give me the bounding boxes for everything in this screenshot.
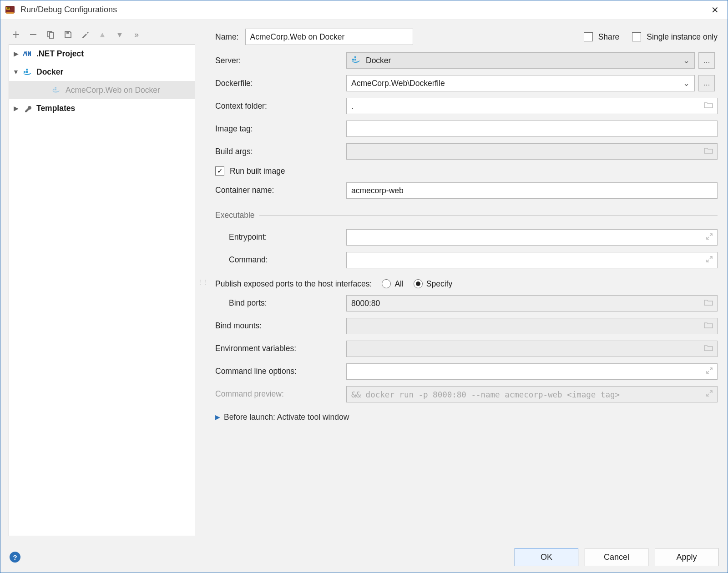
svg-rect-9 [26,69,28,70]
ports-all-radio[interactable]: All [382,279,403,289]
remove-button[interactable] [28,29,39,40]
name-label: Name: [215,32,239,42]
chevron-right-icon: ▶ [13,50,19,57]
bind-ports-input[interactable] [346,295,718,312]
app-icon: RD [4,4,16,16]
tree-node-templates[interactable]: ▶ Templates [9,99,195,117]
more-button[interactable]: » [131,29,142,40]
svg-rect-10 [53,89,55,90]
add-button[interactable] [10,29,21,40]
chevron-down-icon: ▼ [13,68,19,75]
entrypoint-label: Entrypoint: [215,232,343,242]
close-button[interactable]: ✕ [706,5,724,15]
form-grid: Server: Docker ⌄ … Dockerfile: AcmeCorp.… [215,52,718,402]
publish-ports-label: Publish exposed ports to the host interf… [215,279,372,289]
ports-specify-radio[interactable]: Specify [414,279,452,289]
run-built-image-checkbox[interactable]: Run built image [215,166,285,176]
single-instance-label: Single instance only [647,32,718,42]
tree-label: AcmeCorp.Web on Docker [66,85,160,95]
config-toolbar: ▲ ▼ » [9,28,195,44]
entrypoint-input[interactable] [346,229,718,246]
command-label: Command: [215,255,343,265]
container-name-input[interactable] [346,182,718,199]
checkbox-icon [632,32,641,41]
wrench-icon [23,104,33,112]
chevron-right-icon: ▶ [13,105,19,112]
container-name-label: Container name: [215,186,343,195]
cmd-preview-label: Command preview: [215,389,343,399]
cmd-line-opts-input[interactable] [346,363,718,380]
server-combo[interactable]: Docker ⌄ [346,52,695,69]
cmd-preview-display: && docker run -p 8000:80 --name acmecorp… [346,386,718,402]
executable-section: Executable [215,211,718,220]
checkbox-icon [584,32,593,41]
tree-label: Templates [36,104,75,113]
docker-icon [351,52,361,69]
context-folder-label: Context folder: [215,101,343,111]
server-value: Docker [366,52,391,69]
server-label: Server: [215,56,343,65]
before-launch-label: Before launch: Activate tool window [224,412,349,422]
net-icon [23,50,33,57]
single-instance-checkbox[interactable]: Single instance only [632,32,718,42]
name-input[interactable] [245,29,413,45]
edit-defaults-button[interactable] [80,29,91,40]
svg-rect-11 [55,89,57,90]
move-up-button[interactable]: ▲ [97,29,108,40]
dockerfile-value: AcmeCorp.Web\Dockerfile [351,75,445,91]
context-folder-input[interactable] [346,98,718,114]
help-button[interactable]: ? [10,552,20,563]
svg-rect-15 [354,56,356,58]
command-input[interactable] [346,252,718,268]
dockerfile-browse-button[interactable]: … [698,75,715,91]
svg-rect-5 [50,33,54,38]
build-args-label: Build args: [215,147,343,156]
dockerfile-combo[interactable]: AcmeCorp.Web\Dockerfile ⌄ [346,75,695,91]
image-tag-input[interactable] [346,121,718,137]
dialog-body: ▲ ▼ » ▶ .NET Project ▼ Docker [0,20,728,542]
svg-rect-14 [354,59,356,60]
apply-button[interactable]: Apply [655,548,718,566]
svg-text:RD: RD [7,7,11,10]
server-browse-button[interactable]: … [698,52,715,69]
svg-rect-8 [26,71,28,73]
copy-button[interactable] [45,29,56,40]
run-built-image-label: Run built image [230,166,285,176]
move-down-button[interactable]: ▼ [114,29,125,40]
share-checkbox[interactable]: Share [584,32,620,42]
save-button[interactable] [62,29,73,40]
dialog-footer: ? OK Cancel Apply [0,542,728,573]
cancel-button[interactable]: Cancel [585,548,648,566]
svg-rect-3 [6,12,14,14]
ok-button[interactable]: OK [515,548,578,566]
tree-label: Docker [36,67,63,77]
before-launch-expander[interactable]: ▶ Before launch: Activate tool window [215,412,718,422]
env-vars-input[interactable] [346,341,718,357]
left-panel: ▲ ▼ » ▶ .NET Project ▼ Docker [9,28,195,536]
svg-rect-6 [66,32,69,34]
svg-rect-13 [352,59,354,60]
splitter-handle[interactable]: ⋮⋮ [202,28,204,536]
tree-node-net-project[interactable]: ▶ .NET Project [9,45,195,63]
form-panel: Name: Share Single instance only Server: [211,28,719,536]
titlebar: RD Run/Debug Configurations ✕ [0,0,728,20]
radio-icon [382,279,391,288]
dockerfile-label: Dockerfile: [215,79,343,88]
cmd-line-opts-label: Command line options: [215,367,343,376]
checkbox-icon [215,166,224,176]
bind-mounts-input[interactable] [346,318,718,334]
chevron-down-icon: ⌄ [683,52,690,69]
share-label: Share [598,32,620,42]
docker-icon [23,68,33,75]
ports-all-label: All [394,279,403,289]
svg-rect-7 [24,71,25,73]
tree-node-docker[interactable]: ▼ Docker [9,63,195,81]
chevron-right-icon: ▶ [215,413,220,421]
window-title: Run/Debug Configurations [20,5,706,15]
env-vars-label: Environment variables: [215,344,343,353]
config-tree[interactable]: ▶ .NET Project ▼ Docker [9,44,195,536]
build-args-input[interactable] [346,143,718,160]
tree-node-docker-child[interactable]: AcmeCorp.Web on Docker [9,81,195,99]
ports-specify-label: Specify [426,279,452,289]
section-label: Executable [215,211,255,220]
